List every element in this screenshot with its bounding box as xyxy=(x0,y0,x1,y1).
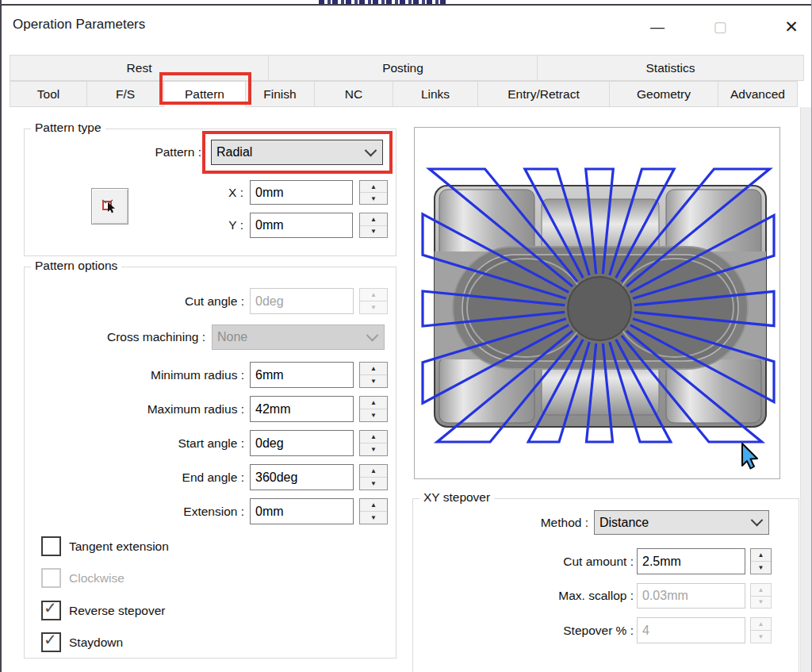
spin-up-icon: ▲ xyxy=(360,289,387,301)
start-angle-label: Start angle : xyxy=(49,430,244,456)
checkbox-box[interactable]: ✓ xyxy=(41,632,61,652)
check-icon: ✓ xyxy=(44,598,57,617)
checkbox-tangent-extension[interactable]: ✓ Tangent extension xyxy=(41,536,169,556)
spin-up-icon[interactable]: ▲ xyxy=(360,465,387,478)
cross-machining-dropdown: None xyxy=(212,324,385,350)
tab-pattern[interactable]: Pattern xyxy=(163,81,246,107)
maximize-button[interactable]: ▢ xyxy=(703,13,737,40)
maximum-radius-spinner: ▲ ▼ xyxy=(359,396,388,422)
tab-advanced[interactable]: Advanced xyxy=(718,81,798,107)
y-label: Y : xyxy=(204,213,243,238)
spin-down-icon[interactable]: ▼ xyxy=(360,226,387,238)
checkbox-box[interactable]: ✓ xyxy=(41,601,61,620)
max-scallop-label: Max. scallop : xyxy=(477,583,634,609)
max-scallop-spinner: ▲ ▼ xyxy=(750,583,772,609)
cut-amount-input[interactable]: 2.5mm xyxy=(637,548,745,574)
spin-down-icon[interactable]: ▼ xyxy=(751,562,771,574)
method-label: Method : xyxy=(446,510,588,535)
max-scallop-input: 0.03mm xyxy=(637,583,745,609)
maximum-radius-input[interactable]: 42mm xyxy=(250,396,354,422)
spin-down-icon[interactable]: ▼ xyxy=(360,193,387,204)
tab-statistics[interactable]: Statistics xyxy=(537,55,804,81)
cut-amount-spinner: ▲ ▼ xyxy=(750,548,772,574)
checkbox-staydown[interactable]: ✓ Staydown xyxy=(41,632,123,652)
end-angle-spinner: ▲ ▼ xyxy=(359,464,388,490)
tab-tool[interactable]: Tool xyxy=(10,81,87,107)
tab-row-lower: Tool F/S Pattern Finish NC Links Entry/R… xyxy=(10,81,806,107)
toolpath-preview xyxy=(414,127,780,479)
spin-up-icon[interactable]: ▲ xyxy=(360,213,387,226)
spin-down-icon[interactable]: ▼ xyxy=(360,375,387,387)
spin-up-icon[interactable]: ▲ xyxy=(360,363,387,375)
spin-up-icon[interactable]: ▲ xyxy=(360,499,387,512)
stepover-pct-spinner: ▲ ▼ xyxy=(750,617,772,643)
checkbox-label: Clockwise xyxy=(69,571,124,586)
mouse-cursor-icon xyxy=(742,444,757,469)
checkbox-reverse-stepover[interactable]: ✓ Reverse stepover xyxy=(41,601,165,620)
minimum-radius-input[interactable]: 6mm xyxy=(250,362,354,388)
cut-angle-spinner: ▲ ▼ xyxy=(359,288,388,314)
tab-posting[interactable]: Posting xyxy=(268,55,538,81)
start-angle-input[interactable]: 0deg xyxy=(250,430,354,456)
spin-up-icon[interactable]: ▲ xyxy=(751,549,771,562)
spin-up-icon[interactable]: ▲ xyxy=(360,181,387,193)
maximum-radius-label: Maximum radius : xyxy=(49,396,244,422)
tab-entry-retract[interactable]: Entry/Retract xyxy=(477,81,610,107)
minimum-radius-spinner: ▲ ▼ xyxy=(359,362,388,388)
checkbox-clockwise: ✓ Clockwise xyxy=(41,568,124,588)
spin-up-icon[interactable]: ▲ xyxy=(360,431,387,444)
cross-machining-label: Cross machining : xyxy=(33,324,205,350)
spin-down-icon[interactable]: ▼ xyxy=(360,444,387,455)
pick-point-icon xyxy=(100,196,121,217)
end-angle-input[interactable]: 360deg xyxy=(250,464,354,490)
chevron-down-icon xyxy=(751,514,764,527)
x-input[interactable]: 0mm xyxy=(250,180,353,205)
y-spinner: ▲ ▼ xyxy=(359,213,388,238)
spin-down-icon[interactable]: ▼ xyxy=(360,478,387,490)
toolpath-preview-image xyxy=(415,128,779,478)
y-input[interactable]: 0mm xyxy=(250,213,353,238)
tab-nc[interactable]: NC xyxy=(314,81,393,107)
spin-down-icon[interactable]: ▼ xyxy=(360,409,387,421)
title-bar: Operation Parameters — ▢ ✕ xyxy=(2,6,812,47)
cut-angle-label: Cut angle : xyxy=(49,288,244,314)
minimize-button[interactable]: — xyxy=(640,13,675,40)
cut-amount-label: Cut amount : xyxy=(477,548,634,574)
checkbox-label: Reverse stepover xyxy=(69,604,165,618)
tab-links[interactable]: Links xyxy=(393,81,478,107)
cut-angle-input: 0deg xyxy=(250,288,354,314)
extension-input[interactable]: 0mm xyxy=(250,498,354,524)
minimum-radius-label: Minimum radius : xyxy=(49,362,244,388)
stepover-pct-input: 4 xyxy=(637,617,745,643)
method-dropdown[interactable]: Distance xyxy=(594,510,769,535)
tab-rest[interactable]: Rest xyxy=(10,55,269,81)
tab-geometry[interactable]: Geometry xyxy=(609,81,718,107)
cross-machining-value: None xyxy=(217,330,247,344)
spin-up-icon[interactable]: ▲ xyxy=(360,397,387,409)
check-icon: ✓ xyxy=(44,630,57,649)
spin-down-icon[interactable]: ▼ xyxy=(360,512,387,524)
dialog-title: Operation Parameters xyxy=(13,17,145,33)
pattern-dropdown-value: Radial xyxy=(216,145,252,159)
xy-stepover-group-title: XY stepover xyxy=(419,490,494,505)
right-edge-strip xyxy=(800,107,812,672)
x-spinner: ▲ ▼ xyxy=(359,180,388,205)
spin-up-icon: ▲ xyxy=(751,584,771,597)
chevron-down-icon xyxy=(365,144,377,156)
close-button[interactable]: ✕ xyxy=(774,13,809,40)
checkbox-box: ✓ xyxy=(41,568,61,588)
tab-row-upper: Rest Posting Statistics xyxy=(10,55,806,81)
extension-label: Extension : xyxy=(49,498,244,524)
stepover-pct-label: Stepover % : xyxy=(477,617,634,643)
chevron-down-icon xyxy=(366,328,379,341)
end-angle-label: End angle : xyxy=(49,464,244,490)
spin-up-icon: ▲ xyxy=(751,618,771,631)
tab-finish[interactable]: Finish xyxy=(245,81,315,107)
checkbox-box[interactable]: ✓ xyxy=(41,536,61,556)
checkbox-label: Tangent extension xyxy=(69,540,169,554)
machined-part-image xyxy=(435,186,766,427)
pick-point-button[interactable] xyxy=(91,188,128,225)
pattern-dropdown[interactable]: Radial xyxy=(211,140,383,165)
spin-down-icon: ▼ xyxy=(751,631,771,643)
tab-fs[interactable]: F/S xyxy=(86,81,164,107)
